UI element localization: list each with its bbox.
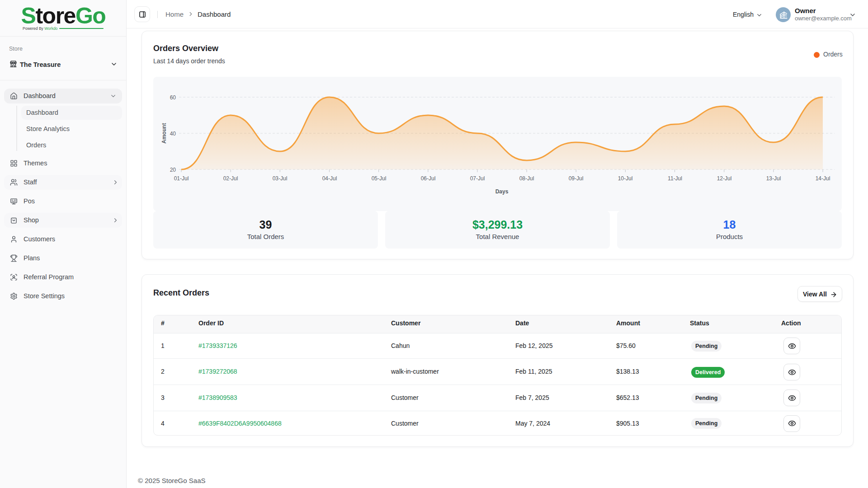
svg-text:13-Jul: 13-Jul xyxy=(766,175,781,182)
svg-text:01-Jul: 01-Jul xyxy=(174,175,189,182)
svg-text:02-Jul: 02-Jul xyxy=(223,175,238,182)
svg-text:20: 20 xyxy=(170,167,176,173)
svg-text:06-Jul: 06-Jul xyxy=(421,175,436,182)
svg-text:05-Jul: 05-Jul xyxy=(372,175,387,182)
svg-text:Days: Days xyxy=(495,188,509,195)
svg-text:12-Jul: 12-Jul xyxy=(717,175,732,182)
svg-text:14-Jul: 14-Jul xyxy=(816,175,830,182)
svg-text:10-Jul: 10-Jul xyxy=(618,175,633,182)
svg-text:04-Jul: 04-Jul xyxy=(322,175,337,182)
svg-text:Amount: Amount xyxy=(161,123,167,143)
svg-text:03-Jul: 03-Jul xyxy=(273,175,288,182)
svg-text:09-Jul: 09-Jul xyxy=(569,175,584,182)
svg-text:60: 60 xyxy=(170,94,176,101)
svg-text:40: 40 xyxy=(170,131,176,137)
svg-text:07-Jul: 07-Jul xyxy=(470,175,485,182)
svg-text:11-Jul: 11-Jul xyxy=(668,175,682,182)
svg-text:08-Jul: 08-Jul xyxy=(519,175,534,182)
